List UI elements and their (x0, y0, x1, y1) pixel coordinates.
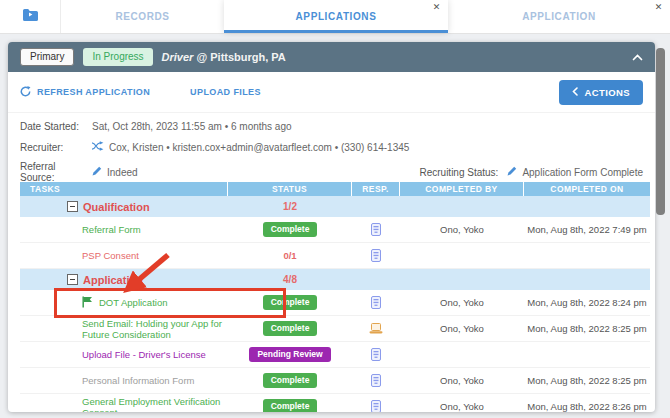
flag-icon (82, 296, 93, 310)
group-status-cell: 4/8 (228, 274, 352, 285)
group-task-cell: Application (20, 274, 228, 286)
task-row: PSP Consent0/1 (20, 243, 650, 269)
application-location: @ Pittsburgh, PA (196, 51, 285, 63)
folder-button[interactable] (0, 0, 61, 33)
group-status-cell: 1/2 (228, 201, 352, 212)
task-resp-cell (352, 249, 400, 262)
edit-pencil-icon[interactable] (92, 166, 102, 178)
group-task-cell: Qualification (20, 201, 228, 213)
shuffle-icon[interactable] (92, 141, 104, 153)
chevron-up-icon[interactable] (632, 54, 643, 61)
group-progress: 1/2 (283, 201, 297, 212)
laptop-icon[interactable] (369, 323, 383, 334)
task-name-link[interactable]: Send Email: Holding your App for Future … (82, 318, 228, 340)
completed-on: Mon, Aug 8th, 2022 8:25 pm (527, 323, 646, 334)
task-row: Personal Information FormCompleteOno, Yo… (20, 368, 650, 394)
task-name-link[interactable]: Referral Form (82, 224, 141, 235)
column-header-tasks: TASKS (20, 182, 228, 196)
completed-by: Ono, Yoko (440, 224, 484, 235)
task-completed-by-cell: Ono, Yoko (400, 224, 524, 235)
referral-source-label: Referral Source: (20, 161, 92, 183)
status-badge: Complete (263, 222, 318, 237)
task-name-link[interactable]: PSP Consent (82, 250, 139, 261)
primary-badge[interactable]: Primary (20, 48, 74, 66)
task-status-cell: 0/1 (228, 250, 352, 261)
tab-applications[interactable]: APPLICATIONS ✕ (224, 0, 448, 33)
task-name-link[interactable]: DOT Application (99, 297, 167, 308)
task-resp-cell (352, 223, 400, 236)
status-badge: In Progress (83, 48, 152, 66)
form-icon[interactable] (371, 400, 381, 412)
upload-files-label: UPLOAD FILES (190, 87, 261, 97)
task-completed-by-cell: Ono, Yoko (400, 323, 524, 334)
task-completed-on-cell: Mon, Aug 8th, 2022 8:25 pm (524, 323, 650, 334)
completed-by: Ono, Yoko (440, 297, 484, 308)
refresh-application-link[interactable]: REFRESH APPLICATION (20, 86, 150, 99)
task-completed-by-cell: Ono, Yoko (400, 401, 524, 412)
collapse-icon[interactable] (67, 201, 78, 212)
task-resp-cell (352, 348, 400, 361)
recruiter-value: Cox, Kristen • kristen.cox+admin@avatarf… (109, 142, 409, 153)
task-name-link[interactable]: General Employment Verification Consent (82, 396, 228, 413)
form-icon[interactable] (371, 374, 381, 387)
completed-on: Mon, Aug 8th, 2022 8:24 pm (527, 297, 646, 308)
form-icon[interactable] (371, 223, 381, 236)
task-row: Send Email: Holding your App for Future … (20, 316, 650, 342)
tasks-table-body: Qualification1/2Referral FormCompleteOno… (20, 196, 650, 412)
tab-application-label: APPLICATION (522, 11, 596, 22)
collapse-icon[interactable] (67, 274, 78, 285)
tab-application[interactable]: APPLICATION ✕ (448, 0, 670, 33)
task-completed-by-cell: Ono, Yoko (400, 297, 524, 308)
recruiting-status-label: Recruiting Status: (419, 167, 498, 178)
referral-source-value: Indeed (107, 167, 138, 178)
column-header-status: STATUS (228, 182, 352, 196)
edit-pencil-icon[interactable] (507, 166, 517, 178)
task-resp-cell (352, 323, 400, 334)
close-icon[interactable]: ✕ (655, 3, 663, 12)
application-details: Date Started: Sat, Oct 28th, 2023 11:55 … (8, 113, 655, 182)
task-group-row: Application4/8 (20, 269, 650, 290)
group-progress: 4/8 (283, 274, 297, 285)
tab-records[interactable]: RECORDS (61, 0, 224, 33)
tab-records-label: RECORDS (115, 11, 169, 22)
recruiting-status-value: Application Form Complete (522, 167, 643, 178)
tasks-table-header: TASKS STATUS RESP. COMPLETED BY COMPLETE… (20, 182, 650, 196)
status-badge: Complete (263, 373, 318, 388)
task-row: Referral FormCompleteOno, YokoMon, Aug 8… (20, 217, 650, 243)
toolbar: REFRESH APPLICATION UPLOAD FILES ACTIONS (8, 72, 655, 113)
referral-source-row: Referral Source: Indeed Recruiting Statu… (20, 161, 643, 183)
task-row: General Employment Verification ConsentC… (20, 394, 650, 412)
upload-files-link[interactable]: UPLOAD FILES (190, 87, 261, 97)
form-icon[interactable] (371, 348, 381, 361)
actions-button-label: ACTIONS (584, 87, 630, 98)
form-icon[interactable] (371, 296, 381, 309)
task-name-link[interactable]: Personal Information Form (82, 375, 194, 386)
task-status-cell: Complete (228, 222, 352, 237)
task-completed-on-cell: Mon, Aug 8th, 2022 7:49 pm (524, 224, 650, 235)
status-badge: Complete (263, 295, 318, 310)
task-row: DOT ApplicationCompleteOno, YokoMon, Aug… (20, 290, 650, 316)
completed-by: Ono, Yoko (440, 375, 484, 386)
status-count: 0/1 (283, 250, 296, 261)
date-started-value: Sat, Oct 28th, 2023 11:55 am • 6 months … (92, 121, 292, 132)
refresh-application-label: REFRESH APPLICATION (37, 87, 150, 97)
status-badge: Complete (263, 321, 318, 336)
refresh-icon (20, 86, 31, 99)
form-icon[interactable] (371, 249, 381, 262)
application-panel-header: Primary In Progress Driver @ Pittsburgh,… (8, 42, 655, 72)
group-name[interactable]: Qualification (83, 201, 150, 213)
task-cell: Send Email: Holding your App for Future … (20, 318, 228, 340)
close-icon[interactable]: ✕ (433, 3, 441, 12)
actions-button[interactable]: ACTIONS (559, 80, 643, 105)
group-name[interactable]: Application (83, 274, 143, 286)
scrollbar-thumb[interactable] (656, 48, 665, 215)
task-completed-on-cell: Mon, Aug 8th, 2022 8:24 pm (524, 297, 650, 308)
task-name-link[interactable]: Upload File - Driver's License (82, 349, 206, 360)
chevron-left-icon (572, 87, 578, 98)
application-role: Driver (162, 51, 194, 63)
task-status-cell: Complete (228, 399, 352, 412)
status-badge: Complete (263, 399, 318, 412)
task-status-cell: Complete (228, 373, 352, 388)
task-completed-on-cell: Mon, Aug 8th, 2022 8:26 pm (524, 401, 650, 412)
completed-by: Ono, Yoko (440, 401, 484, 412)
